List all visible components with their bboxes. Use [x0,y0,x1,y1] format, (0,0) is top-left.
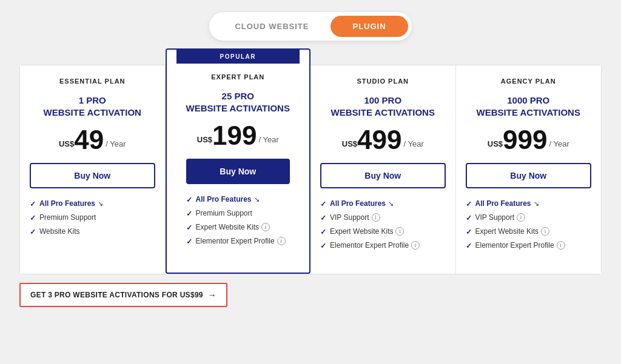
plugin-tab[interactable]: PLUGIN [331,16,408,37]
plans-wrapper: ESSENTIAL PLAN1 PROWEBSITE ACTIVATION US… [19,65,602,307]
buy-btn-expert[interactable]: Buy Now [186,159,290,184]
promo-arrow: → [208,290,217,300]
popular-badge: POPULAR [176,50,300,64]
feature-label: Premium Support [39,213,96,222]
check-icon: ✓ [320,214,326,222]
info-icon[interactable]: i [411,241,420,250]
check-icon: ✓ [320,200,326,208]
currency-studio: US$ [342,139,357,148]
feature-link[interactable]: All Pro Features [330,199,386,208]
info-icon[interactable]: i [395,227,404,236]
plan-col-studio: STUDIO PLAN100 PROWEBSITE ACTIVATIONS US… [310,65,456,274]
feature-text: VIP Support i [475,213,526,222]
feature-label: VIP Support [330,213,369,222]
feature-item: ✓ Expert Website Kits i [466,227,592,236]
promo-banner[interactable]: GET 3 PRO WEBSITE ACTIVATIONS FOR US$99→ [19,283,227,307]
features-list-essential: ✓ All Pro Features↘ ✓ Premium Support ✓ … [30,199,155,236]
info-icon[interactable]: i [372,213,380,222]
feature-item: ✓ All Pro Features↘ [466,199,592,208]
info-icon[interactable]: i [557,241,565,250]
price-amount-studio: 499 [357,127,401,153]
promo-text: GET 3 PRO WEBSITE ACTIVATIONS FOR US$99 [30,291,203,299]
feature-link[interactable]: All Pro Features [475,199,531,208]
feature-link[interactable]: All Pro Features [39,199,95,208]
currency-agency: US$ [488,139,503,148]
currency-expert: US$ [197,135,212,144]
feature-text: Elementor Expert Profile i [196,237,286,245]
feature-label: Website Kits [39,227,79,236]
currency-essential: US$ [59,139,74,148]
buy-btn-agency[interactable]: Buy Now [466,163,592,188]
feature-text: All Pro Features↘ [475,199,539,208]
feature-label: Elementor Expert Profile [330,241,409,250]
feature-label: VIP Support [475,213,515,222]
check-icon: ✓ [466,214,472,222]
check-icon: ✓ [466,242,472,250]
price-amount-essential: 49 [74,127,104,153]
arrow-icon: ↘ [98,200,103,208]
price-row-essential: US$ 49 / Year [30,127,155,153]
plan-name-expert: EXPERT PLAN [186,73,290,81]
feature-item: ✓ All Pro Features↘ [186,195,290,204]
feature-item: ✓ Expert Website Kits i [186,223,290,232]
check-icon: ✓ [30,228,36,236]
info-icon[interactable]: i [261,223,270,231]
feature-text: VIP Support i [330,213,380,222]
info-icon[interactable]: i [277,237,286,245]
features-list-expert: ✓ All Pro Features↘ ✓ Premium Support ✓ … [186,195,290,246]
feature-item: ✓ Website Kits [30,227,155,236]
info-icon[interactable]: i [517,213,525,222]
feature-text: Premium Support [39,213,96,222]
feature-text: All Pro Features↘ [39,199,103,208]
plans-grid: ESSENTIAL PLAN1 PROWEBSITE ACTIVATION US… [19,65,602,274]
price-amount-expert: 199 [212,122,257,149]
feature-text: Elementor Expert Profile i [330,241,420,250]
cloud-website-tab[interactable]: CLOUD WEBSITE [213,16,331,37]
feature-text: Expert Website Kits i [196,223,270,231]
feature-item: ✓ All Pro Features↘ [320,199,446,208]
plan-activations-essential: 1 PROWEBSITE ACTIVATION [30,94,155,118]
plan-name-agency: AGENCY PLAN [466,78,592,85]
plan-activations-agency: 1000 PROWEBSITE ACTIVATIONS [466,94,592,118]
feature-text: All Pro Features↘ [330,199,394,208]
feature-item: ✓ Premium Support [30,213,155,222]
price-row-studio: US$ 499 / Year [320,127,446,153]
arrow-icon: ↘ [254,196,260,204]
feature-item: ✓ VIP Support i [466,213,592,222]
price-row-agency: US$ 999 / Year [466,127,592,153]
arrow-icon: ↘ [388,200,394,208]
plan-col-expert: POPULAREXPERT PLAN25 PROWEBSITE ACTIVATI… [166,48,311,274]
price-row-expert: US$ 199 / Year [186,122,290,149]
feature-item: ✓ Elementor Expert Profile i [186,237,290,246]
feature-link[interactable]: All Pro Features [196,195,252,204]
plan-name-studio: STUDIO PLAN [320,78,446,85]
feature-label: Elementor Expert Profile [475,241,554,250]
feature-label: Elementor Expert Profile [196,237,275,245]
feature-item: ✓ Premium Support [186,209,290,218]
buy-btn-essential[interactable]: Buy Now [30,163,155,188]
arrow-icon: ↘ [534,200,539,208]
price-period-studio: / Year [403,139,423,148]
feature-label: Expert Website Kits [475,227,539,236]
buy-btn-studio[interactable]: Buy Now [320,163,446,188]
check-icon: ✓ [320,242,326,250]
plan-activations-studio: 100 PROWEBSITE ACTIVATIONS [320,94,446,118]
price-period-expert: / Year [258,135,278,144]
price-period-agency: / Year [549,139,569,148]
info-icon[interactable]: i [541,227,549,236]
check-icon: ✓ [466,228,472,236]
feature-text: All Pro Features↘ [196,195,260,204]
feature-item: ✓ Elementor Expert Profile i [466,241,592,250]
feature-text: Expert Website Kits i [475,227,549,236]
feature-text: Premium Support [196,209,252,217]
check-icon: ✓ [320,228,326,236]
check-icon: ✓ [186,223,192,232]
plan-name-essential: ESSENTIAL PLAN [30,78,155,85]
feature-item: ✓ VIP Support i [320,213,446,222]
feature-item: ✓ Expert Website Kits i [320,227,446,236]
features-list-studio: ✓ All Pro Features↘ ✓ VIP Support i ✓ Ex… [320,199,446,250]
feature-item: ✓ Elementor Expert Profile i [320,241,446,250]
feature-text: Elementor Expert Profile i [475,241,565,250]
plan-col-essential: ESSENTIAL PLAN1 PROWEBSITE ACTIVATION US… [20,65,166,274]
feature-label: Expert Website Kits [196,223,259,231]
